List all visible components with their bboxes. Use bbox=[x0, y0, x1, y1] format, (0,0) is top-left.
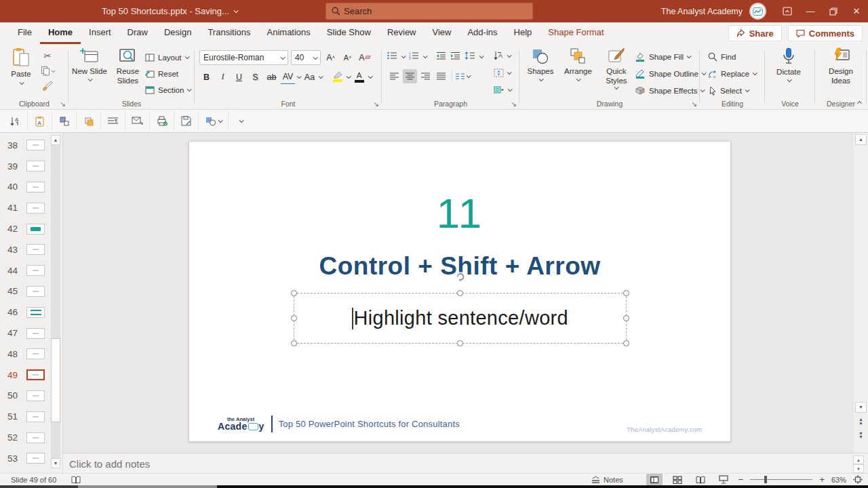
thumbnail-scroll-down-button[interactable]: ▼ bbox=[51, 458, 60, 468]
shapes-button[interactable]: Shapes bbox=[524, 44, 557, 96]
search-box[interactable]: Search bbox=[326, 3, 533, 20]
slide-49[interactable]: 11 Control + Shift + Arrow bbox=[189, 141, 731, 442]
cut-button[interactable]: ✂ bbox=[39, 49, 56, 63]
text-direction-button[interactable]: A bbox=[494, 49, 511, 63]
slide-thumbnail-51[interactable]: 51 bbox=[0, 406, 50, 427]
new-slide-button[interactable]: New Slide bbox=[71, 44, 108, 96]
tab-animations[interactable]: Animations bbox=[259, 22, 319, 44]
slide-thumbnail-45[interactable]: 45 bbox=[0, 281, 50, 302]
slide-number-text[interactable]: 11 bbox=[189, 189, 730, 238]
sort-text-direction-button[interactable]: A bbox=[3, 112, 28, 130]
align-center-button[interactable] bbox=[403, 69, 417, 83]
tab-review[interactable]: Review bbox=[379, 22, 425, 44]
font-name-combobox[interactable]: Eurostile-Roman bbox=[199, 50, 288, 65]
scroll-up-button[interactable]: ▲ bbox=[855, 134, 867, 145]
tab-shape-format[interactable]: Shape Format bbox=[540, 22, 612, 44]
quick-styles-button[interactable]: Quick Styles bbox=[599, 44, 634, 96]
layout-button[interactable]: Layout bbox=[145, 50, 191, 64]
selected-text-box[interactable]: Highlight sentence/word bbox=[294, 293, 627, 344]
slide-number-indicator[interactable]: Slide 49 of 60 bbox=[11, 476, 56, 484]
zoom-in-button[interactable]: + bbox=[819, 474, 825, 485]
tab-draw[interactable]: Draw bbox=[119, 22, 156, 44]
document-title[interactable]: Top 50 Shortcuts.pptx - Saving... bbox=[102, 0, 237, 22]
slide-thumbnail-46[interactable]: 46 bbox=[0, 302, 50, 323]
slide-thumbnail-44[interactable]: 44 bbox=[0, 260, 50, 281]
select-button[interactable]: Select bbox=[708, 83, 756, 98]
thumbnail-scroll-up-button[interactable]: ▲ bbox=[51, 135, 60, 145]
notes-toggle-button[interactable]: Notes bbox=[591, 476, 623, 484]
strikethrough-button[interactable]: ab bbox=[264, 70, 279, 84]
scroll-down-button[interactable]: ▼ bbox=[855, 402, 867, 413]
italic-button[interactable]: I bbox=[216, 70, 230, 84]
numbering-button[interactable]: 123 bbox=[409, 50, 419, 62]
slide-thumbnail-40[interactable]: 40 bbox=[0, 177, 50, 198]
slide-thumbnail-43[interactable]: 43 bbox=[0, 239, 50, 260]
align-text-button[interactable] bbox=[494, 66, 511, 80]
slide-body-text[interactable]: Highlight sentence/word bbox=[294, 293, 626, 343]
tab-home[interactable]: Home bbox=[40, 22, 81, 44]
shape-fill-button[interactable]: Shape Fill bbox=[635, 49, 705, 64]
columns-button[interactable] bbox=[456, 70, 465, 83]
reset-button[interactable]: Reset bbox=[145, 66, 191, 81]
increase-font-size-button[interactable]: A˄ bbox=[323, 50, 338, 64]
fit-slide-to-window-icon[interactable] bbox=[853, 475, 863, 484]
text-shadow-button[interactable]: S bbox=[248, 70, 262, 84]
increase-indent-button[interactable] bbox=[450, 50, 460, 62]
drawing-dialog-launcher[interactable]: ↘ bbox=[692, 100, 697, 108]
zoom-slider[interactable] bbox=[750, 479, 812, 480]
decrease-font-size-button[interactable]: A˅ bbox=[340, 50, 355, 64]
text-highlight-button[interactable] bbox=[330, 70, 344, 84]
rotate-handle[interactable] bbox=[454, 271, 466, 285]
normal-view-button[interactable] bbox=[646, 474, 663, 485]
tab-design[interactable]: Design bbox=[156, 22, 199, 44]
clear-formatting-button[interactable]: A bbox=[357, 50, 372, 64]
next-slide-button[interactable]: ▼▼ bbox=[855, 430, 867, 441]
notes-scroll-down-button[interactable]: ▼ bbox=[853, 464, 864, 473]
thumbnail-scrollbar[interactable]: ▲ ▼ bbox=[51, 135, 60, 468]
design-ideas-button[interactable]: Design Ideas bbox=[822, 44, 860, 96]
shapes-quick-button[interactable] bbox=[199, 112, 229, 130]
slide-thumbnail-48[interactable]: 48 bbox=[0, 344, 50, 365]
change-case-button[interactable]: Aa bbox=[302, 70, 317, 84]
email-button[interactable] bbox=[125, 112, 150, 130]
notes-scroll-up-button[interactable]: ▲ bbox=[853, 455, 864, 464]
font-size-combobox[interactable]: 40 bbox=[291, 50, 321, 65]
account-name[interactable]: The Analyst Academy bbox=[661, 7, 743, 16]
slide-thumbnail-53[interactable]: 53 bbox=[0, 448, 50, 469]
shape-effects-button[interactable]: Shape Effects bbox=[635, 83, 705, 98]
arrange-button[interactable]: Arrange bbox=[560, 44, 595, 96]
find-button[interactable]: Find bbox=[708, 49, 756, 64]
accessibility-checker-icon[interactable] bbox=[71, 476, 81, 484]
tab-file[interactable]: File bbox=[9, 22, 40, 44]
tab-transitions[interactable]: Transitions bbox=[199, 22, 258, 44]
minimize-button[interactable]: — bbox=[799, 0, 822, 22]
qat-more-commands-button[interactable] bbox=[229, 112, 253, 130]
notes-placeholder[interactable]: Click to add notes bbox=[69, 458, 150, 470]
arrange-objects-button[interactable] bbox=[52, 112, 77, 130]
slide-thumbnail-41[interactable]: 41 bbox=[0, 197, 50, 218]
account-avatar[interactable] bbox=[749, 3, 766, 20]
notes-pane[interactable]: Click to add notes ▲ ▼ bbox=[63, 453, 868, 473]
align-right-button[interactable] bbox=[418, 69, 433, 83]
slide-canvas[interactable]: 11 Control + Shift + Arrow bbox=[63, 133, 852, 453]
tab-help[interactable]: Help bbox=[506, 22, 540, 44]
convert-to-smartart-button[interactable] bbox=[494, 83, 511, 97]
dictate-button[interactable]: Dictate bbox=[772, 44, 806, 96]
share-button[interactable]: Share bbox=[728, 25, 782, 41]
copy-button[interactable] bbox=[39, 64, 56, 78]
close-button[interactable]: ✕ bbox=[845, 0, 868, 22]
slide-thumbnail-39[interactable]: 39 bbox=[0, 156, 50, 177]
zoom-slider-thumb[interactable] bbox=[764, 476, 767, 483]
zoom-level[interactable]: 63% bbox=[831, 476, 846, 484]
slide-thumbnail-47[interactable]: 47 bbox=[0, 323, 50, 344]
slide-thumbnail-52[interactable]: 52 bbox=[0, 427, 50, 448]
tab-slide-show[interactable]: Slide Show bbox=[319, 22, 379, 44]
slide-sorter-view-button[interactable] bbox=[669, 474, 686, 485]
font-dialog-launcher[interactable]: ↘ bbox=[374, 100, 379, 108]
line-spacing-button[interactable] bbox=[465, 50, 475, 62]
slide-thumbnail-49-selected[interactable]: 49 bbox=[0, 365, 50, 386]
paragraph-marks-button[interactable]: ¶ bbox=[101, 112, 125, 130]
slide-thumbnail-50[interactable]: 50 bbox=[0, 386, 50, 407]
bold-button[interactable]: B bbox=[199, 70, 214, 84]
restore-button[interactable] bbox=[822, 0, 845, 22]
